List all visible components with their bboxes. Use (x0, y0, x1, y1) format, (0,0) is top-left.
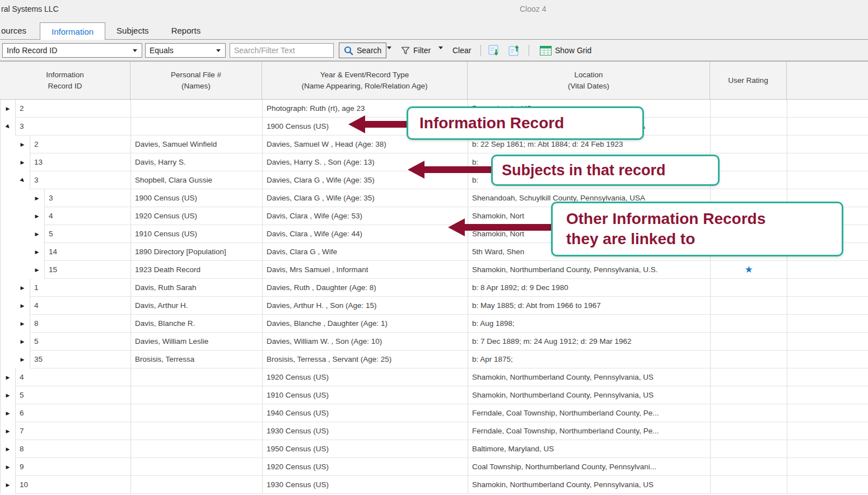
expander-collapsed-icon: ▶ (6, 465, 10, 470)
row-expand-toggle[interactable]: ▶ (15, 297, 30, 315)
year-event-cell: Davies, Ruth , Daughter (Age: 8) (263, 279, 468, 297)
record-id-cell: ▶3 (1, 171, 131, 189)
search-button[interactable]: Search (339, 43, 386, 58)
search-dropdown-icon[interactable] (387, 46, 391, 49)
row-expand-toggle[interactable]: ▶ (1, 476, 15, 494)
column-header-information-record-id[interactable]: Information Record ID (0, 62, 130, 99)
location-cell: b: May 1885; d: Abt from 1966 to 1967 (468, 297, 711, 315)
table-row[interactable]: ▶81950 Census (US)Baltimore, Maryland, U… (1, 440, 868, 458)
filter-dropdown-icon[interactable] (438, 46, 443, 49)
row-expand-toggle[interactable]: ▶ (30, 207, 44, 225)
row-collapse-toggle[interactable]: ▶ (1, 118, 15, 136)
row-expand-toggle[interactable]: ▶ (15, 136, 30, 153)
record-id-value: 5 (44, 225, 130, 243)
table-row[interactable]: ▶41920 Census (US)Shamokin, Northumberla… (1, 368, 868, 386)
tree-indent (1, 189, 30, 207)
row-expand-toggle[interactable]: ▶ (30, 225, 44, 243)
user-rating-cell (711, 476, 787, 494)
column-header-location[interactable]: Location (Vital Dates) (468, 62, 710, 99)
record-id-cell: ▶14 (1, 243, 131, 261)
clear-button-label: Clear (452, 46, 471, 55)
filter-button[interactable]: Filter (396, 43, 435, 58)
expander-collapsed-icon: ▶ (6, 106, 10, 111)
table-row[interactable]: ▶151923 Death RecordDavis, Mrs Samuel , … (1, 261, 868, 279)
toolbar-separator (480, 45, 481, 56)
personal-file-cell (131, 100, 263, 118)
tab-subjects[interactable]: Subjects (105, 22, 160, 39)
row-expand-toggle[interactable]: ▶ (1, 386, 15, 404)
row-expand-toggle[interactable]: ▶ (15, 333, 30, 351)
table-row[interactable]: ▶1Davis, Ruth SarahDavies, Ruth , Daught… (1, 279, 868, 297)
record-id-value: 4 (15, 368, 130, 386)
tab-information[interactable]: Information (40, 22, 105, 40)
record-id-cell: ▶13 (1, 153, 131, 171)
row-expand-toggle[interactable]: ▶ (30, 189, 44, 207)
chevron-down-icon (216, 49, 221, 52)
row-expand-toggle[interactable]: ▶ (15, 351, 30, 368)
row-collapse-toggle[interactable]: ▶ (15, 171, 30, 189)
record-id-value: 2 (15, 100, 130, 118)
search-filter-toolbar: Info Record ID Equals Search/Filter Text… (0, 40, 868, 61)
row-expand-toggle[interactable]: ▶ (1, 368, 15, 386)
import-grid-button[interactable] (505, 43, 523, 58)
record-id-cell: ▶7 (1, 422, 131, 440)
row-expand-toggle[interactable]: ▶ (15, 279, 30, 297)
row-expand-toggle[interactable]: ▶ (30, 243, 44, 261)
row-expand-toggle[interactable]: ▶ (1, 100, 15, 118)
operator-dropdown[interactable]: Equals (145, 43, 226, 58)
record-id-value: 3 (15, 118, 130, 136)
empty-cell (787, 476, 868, 494)
expander-expanded-icon: ▶ (19, 177, 25, 183)
column-header-personal-file[interactable]: Personal File # (Names) (130, 62, 262, 99)
row-expand-toggle[interactable]: ▶ (1, 458, 15, 476)
year-event-cell: 1930 Census (US) (263, 422, 468, 440)
table-row[interactable]: ▶71930 Census (US)Ferndale, Coal Townshi… (1, 422, 868, 440)
personal-file-cell: 1890 Directory [Population] (131, 243, 263, 261)
record-id-cell: ▶8 (1, 315, 131, 333)
company-name: ral Systems LLC (1, 4, 59, 13)
table-row[interactable]: ▶35Brosisis, TerressaBrosisis, Terressa … (1, 351, 868, 368)
table-row[interactable]: ▶101930 Census (US)Shamokin, Northumberl… (1, 476, 868, 494)
empty-cell (787, 386, 868, 404)
callout-information-record: Information Record (407, 106, 644, 140)
column-header-user-rating[interactable]: User Rating (710, 62, 787, 99)
year-event-cell: Davies, Blanche , Daughter (Age: 1) (263, 315, 468, 333)
expander-collapsed-icon: ▶ (6, 483, 10, 488)
row-expand-toggle[interactable]: ▶ (15, 315, 30, 333)
record-id-value: 3 (44, 189, 130, 207)
row-expand-toggle[interactable]: ▶ (1, 422, 15, 440)
column-header-year-event-record-type[interactable]: Year & Event/Record Type (Name Appearing… (262, 62, 468, 99)
year-event-cell: 1920 Census (US) (263, 458, 468, 476)
row-expand-toggle[interactable]: ▶ (1, 404, 15, 422)
user-rating-cell[interactable]: ★ (711, 261, 787, 279)
record-id-value: 7 (15, 422, 130, 440)
show-grid-button[interactable]: Show Grid (535, 43, 596, 58)
table-row[interactable]: ▶5Davies, William LeslieDavies, William … (1, 333, 868, 351)
clooz-window: ral Systems LLC Clooz 4 ources Informati… (0, 0, 868, 495)
table-row[interactable]: ▶61940 Census (US)Ferndale, Coal Townshi… (1, 404, 868, 422)
expander-collapsed-icon: ▶ (6, 393, 10, 398)
tab-reports[interactable]: Reports (160, 22, 212, 39)
star-rating-icon: ★ (711, 261, 787, 278)
user-rating-cell (711, 458, 787, 476)
row-expand-toggle[interactable]: ▶ (1, 440, 15, 458)
import-up-icon (507, 44, 521, 57)
empty-cell (787, 315, 868, 333)
export-grid-button[interactable] (485, 43, 503, 58)
tab-sources[interactable]: ources (0, 22, 40, 39)
personal-file-cell (131, 404, 263, 422)
table-row[interactable]: ▶91920 Census (US)Coal Township, Northum… (1, 458, 868, 476)
table-row[interactable]: ▶51910 Census (US)Shamokin, Northumberla… (1, 386, 868, 404)
table-row[interactable]: ▶4Davis, Arthur H.Davies, Arthur H. , So… (1, 297, 868, 315)
row-expand-toggle[interactable]: ▶ (15, 153, 30, 171)
record-id-value: 6 (15, 404, 130, 422)
tree-indent (1, 225, 30, 243)
field-dropdown[interactable]: Info Record ID (2, 43, 142, 58)
table-row[interactable]: ▶8Davis, Blanche R.Davies, Blanche , Dau… (1, 315, 868, 333)
personal-file-cell: Davies, William Leslie (131, 333, 263, 351)
row-expand-toggle[interactable]: ▶ (30, 261, 44, 279)
search-input[interactable]: Search/Filter Text (230, 43, 334, 58)
clear-button[interactable]: Clear (448, 43, 475, 58)
callout-subjects-in-record: Subjects in that record (491, 155, 720, 186)
record-id-value: 9 (15, 458, 130, 476)
